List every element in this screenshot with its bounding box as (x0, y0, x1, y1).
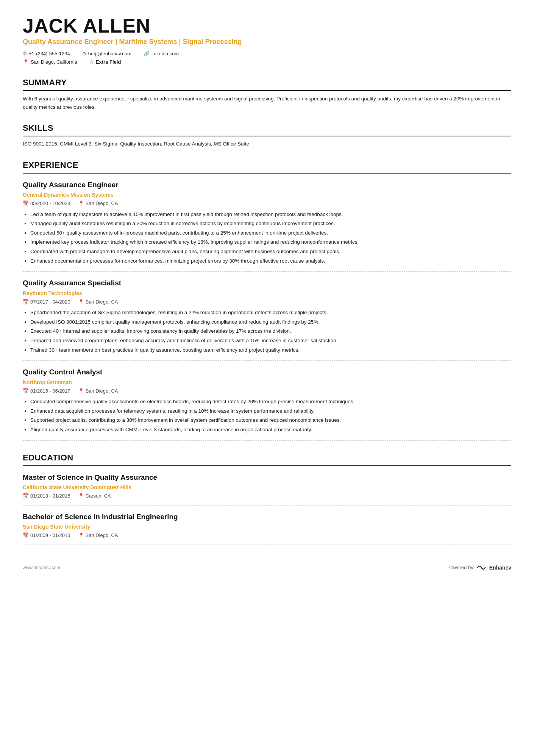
resume-name: JACK ALLEN (23, 15, 511, 37)
phone-value: +1-(234)-555-1234 (29, 50, 70, 58)
job-location-2: 📍 San Diego, CA (78, 298, 118, 306)
list-item: Spearheaded the adoption of Six Sigma me… (30, 308, 511, 317)
list-item: Coordinated with project managers to dev… (30, 247, 511, 256)
list-item: Managed quality audit schedules resultin… (30, 219, 511, 228)
job-block-3: Quality Control Analyst Northrop Grumman… (23, 367, 511, 440)
list-item: Enhanced data acquisition processes for … (30, 407, 511, 415)
edu-institution-1: California State University Dominguez Hi… (23, 484, 511, 491)
list-item: Conducted 50+ quality assessments of in-… (30, 229, 511, 237)
edu-title-1: Master of Science in Quality Assurance (23, 472, 511, 483)
email-value: help@enhancv.com (88, 50, 131, 58)
edu-institution-2: San Diego State University (23, 523, 511, 531)
job-location-1: 📍 San Diego, CA (78, 200, 118, 207)
edu-dates-1: 📅 01/2013 - 01/2015 (23, 492, 70, 500)
list-item: Trained 30+ team members on best practic… (30, 346, 511, 354)
map-icon-1: 📍 (78, 200, 84, 207)
job-title-3: Quality Control Analyst (23, 367, 511, 378)
linkedin-contact: 🔗 linkedin.com (144, 50, 179, 58)
footer-website: www.enhancv.com (23, 564, 60, 571)
email-contact: ⊙ help@enhancv.com (82, 50, 131, 58)
location-contact: 📍 San Diego, California (23, 58, 77, 66)
map-icon-2: 📍 (78, 298, 84, 306)
edu-title-2: Bachelor of Science in Industrial Engine… (23, 512, 511, 523)
extra-value: Extra Field (96, 59, 121, 65)
education-section-title: EDUCATION (23, 451, 511, 466)
company-name-2: Raytheon Technologies (23, 290, 511, 297)
list-item: Prepared and reviewed program plans, enh… (30, 337, 511, 345)
calendar-icon-3: 📅 (23, 387, 29, 395)
job-block-1: Quality Assurance Engineer General Dynam… (23, 180, 511, 272)
footer-branding: Powered by Enhancv (447, 564, 511, 572)
edu-block-2: Bachelor of Science in Industrial Engine… (23, 512, 511, 545)
location-icon: 📍 (23, 58, 29, 66)
list-item: Aligned quality assurance processes with… (30, 426, 511, 434)
list-item: Conducted comprehensive quality assessme… (30, 398, 511, 406)
summary-text: With 6 years of quality assurance experi… (23, 95, 511, 111)
list-item: Executed 40+ internal and supplier audit… (30, 327, 511, 335)
list-item: Led a team of quality inspectors to achi… (30, 210, 511, 219)
contact-row-1: ✆ +1-(234)-555-1234 ⊙ help@enhancv.com 🔗… (23, 50, 511, 58)
skills-section-title: SKILLS (23, 122, 511, 136)
powered-by-label: Powered by (447, 564, 473, 571)
job-bullets-2: Spearheaded the adoption of Six Sigma me… (23, 308, 511, 354)
calendar-icon-1: 📅 (23, 200, 29, 207)
enhancv-logo-icon (476, 564, 487, 571)
resume-title: Quality Assurance Engineer | Maritime Sy… (23, 37, 511, 47)
contact-row-2: 📍 San Diego, California ☆ Extra Field (23, 58, 511, 66)
edu-location-2: 📍 San Diego, CA (78, 532, 118, 539)
skills-text: ISO 9001:2015, CMMI Level 3, Six Sigma, … (23, 140, 511, 148)
calendar-icon-2: 📅 (23, 298, 29, 306)
brand-name: Enhancv (489, 564, 511, 572)
phone-icon: ✆ (23, 50, 27, 58)
map-icon-edu-2: 📍 (78, 532, 84, 539)
edu-block-1: Master of Science in Quality Assurance C… (23, 472, 511, 506)
job-bullets-1: Led a team of quality inspectors to achi… (23, 210, 511, 265)
job-dates-3: 📅 01/2015 - 06/2017 (23, 387, 70, 395)
job-dates-1: 📅 05/2020 - 10/2023 (23, 200, 70, 207)
job-block-2: Quality Assurance Specialist Raytheon Te… (23, 278, 511, 361)
email-icon: ⊙ (82, 50, 86, 58)
edu-meta-1: 📅 01/2013 - 01/2015 📍 Carson, CA (23, 492, 511, 500)
linkedin-icon: 🔗 (144, 50, 150, 58)
edu-meta-2: 📅 01/2009 - 01/2013 📍 San Diego, CA (23, 532, 511, 539)
summary-section-title: SUMMARY (23, 76, 511, 91)
edu-location-1: 📍 Carson, CA (78, 492, 111, 500)
list-item: Supported project audits, contributing t… (30, 416, 511, 424)
map-icon-3: 📍 (78, 387, 84, 395)
page-footer: www.enhancv.com Powered by Enhancv (23, 564, 511, 572)
calendar-icon-edu-2: 📅 (23, 532, 29, 539)
location-value: San Diego, California (31, 58, 77, 66)
calendar-icon-edu-1: 📅 (23, 492, 29, 500)
job-title-2: Quality Assurance Specialist (23, 278, 511, 289)
experience-section-title: EXPERIENCE (23, 159, 511, 174)
list-item: Enhanced documentation processes for non… (30, 257, 511, 265)
map-icon-edu-1: 📍 (78, 492, 84, 500)
list-item: Developed ISO 9001:2015 compliant qualit… (30, 318, 511, 326)
job-title-1: Quality Assurance Engineer (23, 180, 511, 191)
phone-contact: ✆ +1-(234)-555-1234 (23, 50, 70, 58)
job-location-3: 📍 San Diego, CA (78, 387, 118, 395)
job-meta-2: 📅 07/2017 - 04/2020 📍 San Diego, CA (23, 298, 511, 306)
list-item: Implemented key process indicator tracki… (30, 238, 511, 246)
job-meta-1: 📅 05/2020 - 10/2023 📍 San Diego, CA (23, 200, 511, 207)
linkedin-value: linkedin.com (151, 50, 179, 58)
job-bullets-3: Conducted comprehensive quality assessme… (23, 398, 511, 434)
company-name-3: Northrop Grumman (23, 379, 511, 387)
star-icon: ☆ (89, 58, 94, 66)
edu-dates-2: 📅 01/2009 - 01/2013 (23, 532, 70, 539)
extra-contact: ☆ Extra Field (89, 58, 121, 66)
job-meta-3: 📅 01/2015 - 06/2017 📍 San Diego, CA (23, 387, 511, 395)
job-dates-2: 📅 07/2017 - 04/2020 (23, 298, 70, 306)
company-name-1: General Dynamics Mission Systems (23, 191, 511, 199)
